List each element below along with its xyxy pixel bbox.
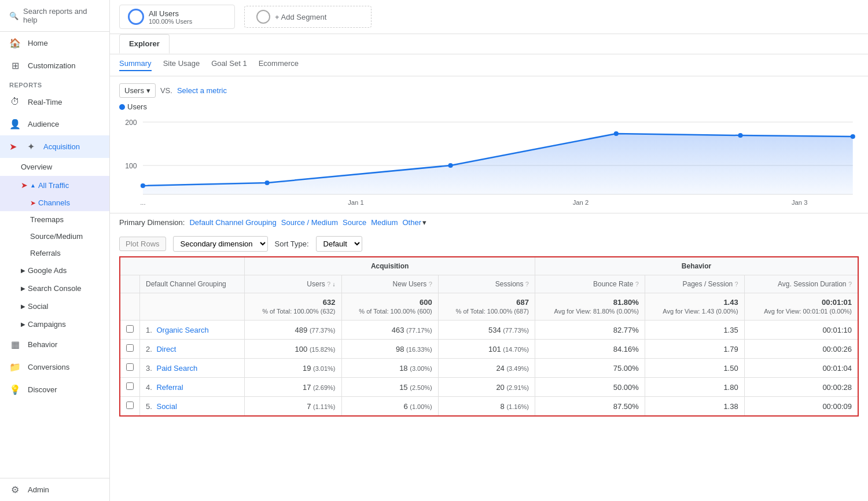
row-checkbox[interactable] <box>120 359 140 378</box>
row-sessions: 101 (14.70%) <box>438 340 535 359</box>
conversions-icon: 📁 <box>9 362 21 373</box>
sidebar-sub-referrals[interactable]: Referrals <box>0 245 109 261</box>
sessions-info-icon[interactable]: ? <box>525 281 529 288</box>
avg-session-info-icon[interactable]: ? <box>848 281 852 288</box>
sidebar-sub-search-console[interactable]: ▶ Search Console <box>0 279 109 297</box>
tab-explorer[interactable]: Explorer <box>119 34 170 54</box>
bounce-rate-info-icon[interactable]: ? <box>635 281 639 288</box>
sidebar-sub-channels[interactable]: ➤ Channels <box>0 194 109 211</box>
dim-default-channel-grouping[interactable]: Default Channel Grouping <box>189 218 276 227</box>
plot-rows-button[interactable]: Plot Rows <box>119 237 166 251</box>
sidebar-sub-all-traffic[interactable]: ➤ ▲ All Traffic <box>0 176 109 194</box>
secondary-dimension-select[interactable]: Secondary dimension <box>173 236 268 252</box>
sort-desc-icon[interactable]: ↓ <box>333 281 336 288</box>
dim-other-link[interactable]: Other <box>402 218 421 227</box>
row-channel-link[interactable]: Organic Search <box>156 326 208 334</box>
metric-tabs: Summary Site Usage Goal Set 1 Ecommerce <box>110 54 868 76</box>
dim-source-medium[interactable]: Source / Medium <box>281 218 338 227</box>
sidebar-item-audience[interactable]: 👤 Audience <box>0 113 109 135</box>
row-checkbox-input[interactable] <box>126 382 134 390</box>
chart-point <box>448 163 453 168</box>
users-metric-dropdown[interactable]: Users ▾ <box>119 83 156 98</box>
row-num-channel: 3. Paid Search <box>140 359 245 378</box>
total-users: 632 % of Total: 100.00% (632) <box>245 293 341 321</box>
avg-session-col-label: Avg. Session Duration <box>778 280 847 288</box>
sidebar-sub-campaigns[interactable]: ▶ Campaigns <box>0 315 109 333</box>
row-checkbox[interactable] <box>120 340 140 359</box>
row-checkbox-input[interactable] <box>126 363 134 371</box>
sidebar-sub-source-medium[interactable]: Source/Medium <box>0 228 109 245</box>
arrow-icon-2: ➤ <box>21 180 28 190</box>
sidebar-label-customization: Customization <box>28 61 75 70</box>
row-channel-link[interactable]: Social <box>156 402 176 411</box>
sidebar-item-behavior[interactable]: ▦ Behavior <box>0 333 109 356</box>
segment-bar: All Users 100.00% Users + Add Segment <box>110 0 868 34</box>
row-num: 3. <box>146 364 152 373</box>
all-traffic-label: All Traffic <box>38 181 69 190</box>
sidebar-sub-social[interactable]: ▶ Social <box>0 297 109 315</box>
all-users-segment[interactable]: All Users 100.00% Users <box>119 5 235 29</box>
row-num-channel: 4. Referral <box>140 378 245 397</box>
row-checkbox-input[interactable] <box>126 344 134 352</box>
chart-area-fill <box>143 134 853 194</box>
row-checkbox[interactable] <box>120 378 140 397</box>
users-col-label: Users <box>307 280 325 288</box>
row-checkbox[interactable] <box>120 397 140 417</box>
total-pages-session-avg: Avg for View: 1.43 (0.00%) <box>663 308 738 315</box>
bounce-rate-col-label: Bounce Rate <box>593 280 633 288</box>
select-metric-link[interactable]: Select a metric <box>177 86 227 95</box>
search-bar[interactable]: 🔍 Search reports and help <box>0 0 109 32</box>
dim-medium[interactable]: Medium <box>371 218 398 227</box>
row-bounce-rate: 87.50% <box>535 397 645 417</box>
col-bounce-rate: Bounce Rate ? <box>535 275 645 293</box>
tab-goal-set-1[interactable]: Goal Set 1 <box>211 59 247 71</box>
chart-point <box>141 183 145 188</box>
total-avg-session: 00:01:01 Avg for View: 00:01:01 (0.00%) <box>744 293 858 321</box>
row-bounce-rate: 82.77% <box>535 321 645 340</box>
row-checkbox-input[interactable] <box>126 325 134 333</box>
tab-summary[interactable]: Summary <box>119 59 152 71</box>
sidebar-item-conversions[interactable]: 📁 Conversions <box>0 356 109 378</box>
tab-ecommerce[interactable]: Ecommerce <box>259 59 299 71</box>
dropdown-arrow-icon: ▾ <box>146 86 150 95</box>
sidebar-item-home[interactable]: 🏠 Home <box>0 32 109 54</box>
sort-type-select[interactable]: Default <box>316 236 362 252</box>
sidebar-sub-treemaps[interactable]: Treemaps <box>0 211 109 228</box>
pages-session-info-icon[interactable]: ? <box>735 281 738 288</box>
users-info-icon[interactable]: ? <box>327 281 330 288</box>
segment-circle-icon <box>128 9 144 25</box>
row-num: 4. <box>146 383 152 392</box>
sidebar-item-realtime[interactable]: ⏱ Real-Time <box>0 91 109 113</box>
source-medium-label: Source/Medium <box>30 232 83 241</box>
sidebar-item-admin[interactable]: ⚙ Admin <box>0 478 109 501</box>
svg-text:...: ... <box>140 199 145 206</box>
sidebar-sub-overview[interactable]: Overview <box>0 158 109 176</box>
sidebar-item-acquisition[interactable]: ➤ ✦ Acquisition <box>0 135 109 158</box>
tab-site-usage[interactable]: Site Usage <box>163 59 200 71</box>
sidebar-sub-google-ads[interactable]: ▶ Google Ads <box>0 261 109 279</box>
dim-source[interactable]: Source <box>343 218 366 227</box>
add-segment-button[interactable]: + Add Segment <box>244 6 372 28</box>
row-checkbox-input[interactable] <box>126 401 134 409</box>
row-bounce-rate: 50.00% <box>535 378 645 397</box>
new-users-info-icon[interactable]: ? <box>429 281 432 288</box>
row-users: 489 (77.37%) <box>245 321 341 340</box>
row-avg-session: 00:00:09 <box>744 397 858 417</box>
table-row: 4. Referral 17 (2.69%) 15 (2.50%) 20 (2.… <box>120 378 858 397</box>
sidebar-item-customization[interactable]: ⊞ Customization <box>0 54 109 77</box>
channel-grouping-label: Default Channel Grouping <box>146 280 226 288</box>
row-channel-link[interactable]: Referral <box>156 383 183 392</box>
row-checkbox[interactable] <box>120 321 140 340</box>
row-channel-link[interactable]: Direct <box>156 345 176 353</box>
discover-icon: 💡 <box>9 384 21 395</box>
svg-text:Jan 3: Jan 3 <box>792 199 807 206</box>
row-channel-link[interactable]: Paid Search <box>156 364 197 373</box>
campaigns-label: Campaigns <box>28 320 66 329</box>
chart-area: Users ▾ VS. Select a metric Users 200 10… <box>110 76 868 213</box>
chart-point <box>851 134 855 139</box>
dim-other-dropdown[interactable]: Other ▾ <box>402 218 426 227</box>
customization-icon: ⊞ <box>9 60 21 71</box>
svg-text:Jan 2: Jan 2 <box>573 199 589 206</box>
sidebar-item-discover[interactable]: 💡 Discover <box>0 378 109 401</box>
segment-info: All Users 100.00% Users <box>149 9 192 25</box>
